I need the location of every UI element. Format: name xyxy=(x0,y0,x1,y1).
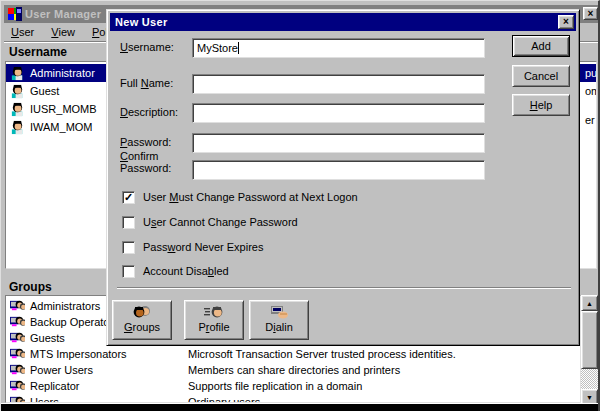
dialog-titlebar[interactable]: New User × xyxy=(110,13,576,31)
confirm-password-input[interactable] xyxy=(192,160,485,180)
full-name-label: Full Name: xyxy=(120,77,173,89)
user-manager-window: User Manager × User View Policies Userna… xyxy=(0,0,600,411)
checkbox-unchecked-icon[interactable] xyxy=(122,265,135,278)
checkbox-checked-icon[interactable]: ✓ xyxy=(122,191,135,204)
dialog-separator xyxy=(117,287,571,289)
user-icon xyxy=(10,120,25,135)
profile-button[interactable]: Profile xyxy=(184,300,244,340)
window-title: User Manager xyxy=(25,8,101,20)
group-icon xyxy=(10,347,25,361)
password-label: Password: xyxy=(120,136,171,148)
desc-fragment: er i xyxy=(585,114,597,126)
cancel-button[interactable]: Cancel xyxy=(512,65,570,87)
menu-view[interactable]: View xyxy=(44,24,82,41)
text-caret xyxy=(238,42,239,54)
group-icon xyxy=(10,299,25,313)
help-button[interactable]: Help xyxy=(512,94,570,116)
group-icon xyxy=(10,395,25,403)
groups-scrollbar: ▲ ▼ xyxy=(581,295,598,405)
group-row-replicator[interactable]: Replicator Supports file replication in … xyxy=(6,378,580,394)
group-icon xyxy=(10,331,25,345)
profile-icon xyxy=(203,303,225,321)
user-icon xyxy=(10,66,25,81)
user-icon xyxy=(10,84,25,99)
scroll-up-icon[interactable]: ▲ xyxy=(581,295,598,311)
dialog-title: New User xyxy=(115,16,168,28)
dialin-button[interactable]: Dialin xyxy=(249,300,309,340)
description-input[interactable] xyxy=(192,103,485,123)
group-row-power-users[interactable]: Power Users Members can share directorie… xyxy=(6,362,580,378)
checkbox-must-change-password[interactable]: ✓ User Must Change Password at Next Logo… xyxy=(122,190,358,204)
menu-user[interactable]: User xyxy=(4,24,41,41)
window-close-icon[interactable]: × xyxy=(583,7,598,20)
group-row-mts-impersonators[interactable]: MTS Impersonators Microsoft Transaction … xyxy=(6,346,580,362)
groups-button[interactable]: Groups xyxy=(112,300,172,340)
desc-fragment: pu xyxy=(585,67,597,79)
dialog-close-icon[interactable]: × xyxy=(558,15,574,29)
confirm-password-label: Confirm Password: xyxy=(120,150,171,174)
checkbox-password-never-expires[interactable]: Password Never Expires xyxy=(122,240,263,254)
group-icon xyxy=(10,363,25,377)
scrollbar-thumb[interactable] xyxy=(581,311,598,369)
dialin-icon xyxy=(268,303,290,321)
password-input[interactable] xyxy=(192,133,485,153)
group-icon xyxy=(10,379,25,393)
group-row-users[interactable]: Users Ordinary users xyxy=(6,394,580,403)
groups-icon xyxy=(131,303,153,321)
checkbox-unchecked-icon[interactable] xyxy=(122,241,135,254)
checkbox-unchecked-icon[interactable] xyxy=(122,216,135,229)
username-column-header: Username xyxy=(9,45,67,59)
checkbox-cannot-change-password[interactable]: User Cannot Change Password xyxy=(122,215,298,229)
groups-column-header: Groups xyxy=(9,280,52,294)
window-bottom-edge xyxy=(1,403,600,411)
description-label: Description: xyxy=(120,106,178,118)
group-icon xyxy=(10,315,25,329)
username-label: Username: xyxy=(120,41,174,53)
desc-fragment: om xyxy=(585,85,597,97)
new-user-dialog: New User × Username: MyStore Full Name: … xyxy=(106,9,580,346)
app-icon xyxy=(7,6,23,22)
checkbox-account-disabled[interactable]: Account Disabled xyxy=(122,264,229,278)
full-name-input[interactable] xyxy=(192,74,485,94)
user-icon xyxy=(10,102,25,117)
add-button[interactable]: Add xyxy=(512,35,570,57)
username-input[interactable]: MyStore xyxy=(192,38,485,58)
